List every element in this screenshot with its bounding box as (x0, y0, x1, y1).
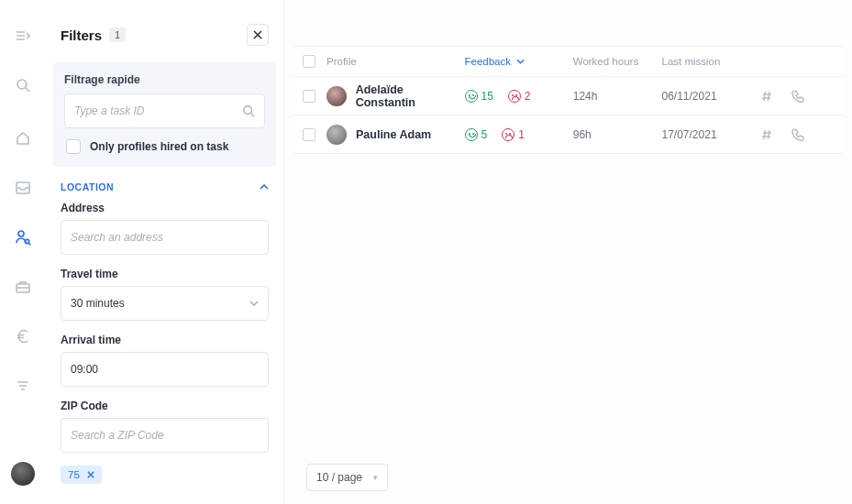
feedback-negative: 1 (502, 128, 525, 141)
travel-time-value: 30 minutes (71, 297, 125, 310)
frown-icon (508, 90, 521, 103)
svg-point-3 (25, 239, 28, 243)
nav-rail (0, 0, 46, 504)
inbox-icon[interactable] (13, 178, 33, 198)
filters-count-badge: 1 (109, 27, 126, 42)
zip-chip-value: 75 (68, 469, 80, 480)
pager: 10 / page ▾ (284, 451, 852, 504)
last-mission: 17/07/2021 (662, 128, 717, 141)
row-checkbox[interactable] (303, 90, 315, 103)
smile-icon (465, 90, 478, 103)
travel-time-select[interactable]: 30 minutes (61, 286, 269, 321)
profile-avatar (326, 125, 347, 145)
location-section-label: Location (61, 181, 114, 192)
worked-hours: 124h (573, 90, 598, 103)
zip-code-input[interactable] (61, 418, 269, 453)
briefcase-icon[interactable] (13, 277, 33, 297)
arrival-time-input[interactable] (61, 352, 269, 387)
filter-icon[interactable] (13, 376, 33, 396)
header-last[interactable]: Last mission (662, 56, 761, 67)
svg-point-0 (17, 80, 27, 89)
svg-point-5 (244, 106, 252, 115)
header-worked[interactable]: Worked hours (573, 56, 662, 67)
chevron-up-icon (260, 184, 269, 190)
only-hired-label: Only profiles hired on task (90, 140, 228, 153)
page-size-select[interactable]: 10 / page ▾ (306, 464, 388, 491)
frown-icon (502, 128, 515, 141)
smile-icon (465, 128, 478, 141)
zip-chip-remove[interactable] (87, 471, 94, 478)
table-row[interactable]: Pauline Adam 5 1 96h 17/07/2021 (293, 115, 843, 154)
collapse-icon[interactable] (13, 26, 33, 46)
feedback-negative: 2 (508, 90, 531, 103)
close-filters-button[interactable] (247, 24, 269, 46)
address-input[interactable] (61, 220, 269, 255)
address-label: Address (61, 202, 269, 214)
table-header: Profile Feedback Worked hours Last missi… (293, 46, 843, 77)
row-checkbox[interactable] (303, 128, 315, 141)
zip-code-label: ZIP Code (61, 400, 269, 412)
worked-hours: 96h (573, 128, 592, 141)
sort-down-icon (516, 59, 525, 64)
zip-chip: 75 (61, 466, 102, 484)
search-icon[interactable] (13, 75, 33, 95)
select-all-checkbox[interactable] (303, 55, 315, 68)
table-row[interactable]: Adelaïde Constantin 15 2 124h 06/11/2021 (293, 77, 843, 115)
feedback-positive: 5 (465, 128, 488, 141)
phone-icon[interactable] (791, 128, 804, 141)
header-feedback[interactable]: Feedback (465, 56, 573, 67)
home-icon[interactable] (13, 128, 33, 148)
profile-avatar (326, 86, 347, 106)
last-mission: 06/11/2021 (662, 90, 717, 103)
header-profile[interactable]: Profile (326, 56, 465, 67)
caret-down-icon: ▾ (373, 473, 378, 482)
user-avatar[interactable] (11, 462, 35, 486)
only-hired-checkbox[interactable] (66, 139, 81, 154)
feedback-positive: 15 (465, 90, 493, 103)
main-content: Profile Feedback Worked hours Last missi… (284, 0, 852, 504)
travel-time-label: Travel time (61, 268, 269, 280)
filters-title: Filters (61, 27, 102, 43)
quick-filter-box: Filtrage rapide Only profiles hired on t… (53, 62, 276, 167)
location-section-toggle[interactable]: Location (46, 167, 283, 202)
page-size-value: 10 / page (316, 471, 362, 484)
hash-icon[interactable] (760, 128, 773, 141)
euro-icon[interactable] (13, 326, 33, 346)
svg-point-2 (18, 231, 24, 236)
chevron-down-icon (249, 301, 259, 306)
filters-panel: Filters 1 Filtrage rapide Only profiles … (46, 0, 284, 504)
profile-name: Pauline Adam (356, 128, 431, 141)
task-id-input[interactable] (74, 104, 242, 117)
hash-icon[interactable] (760, 90, 773, 103)
quick-filter-label: Filtrage rapide (64, 73, 265, 86)
search-icon (242, 104, 255, 117)
phone-icon[interactable] (791, 90, 804, 103)
profile-name: Adelaïde Constantin (356, 83, 465, 109)
arrival-time-label: Arrival time (61, 334, 269, 346)
people-search-icon[interactable] (13, 227, 33, 247)
